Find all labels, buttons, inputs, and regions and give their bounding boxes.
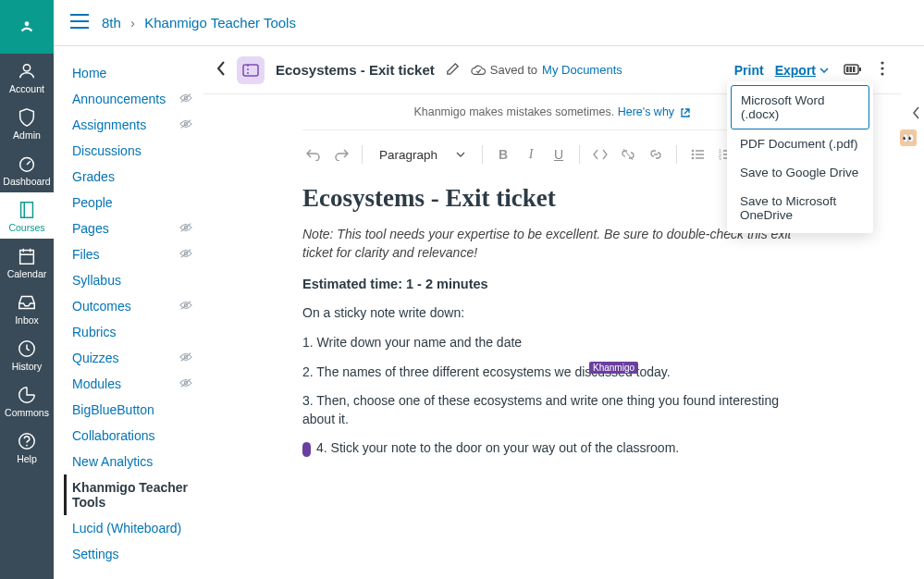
- saved-link[interactable]: My Documents: [542, 63, 622, 77]
- breadcrumb-sep: ›: [130, 15, 135, 31]
- globalnav-inbox[interactable]: Inbox: [0, 285, 54, 331]
- coursenav-rubrics[interactable]: Rubrics: [72, 319, 192, 345]
- battery-icon[interactable]: [840, 59, 866, 81]
- bullet-list-icon[interactable]: [686, 143, 708, 166]
- course-item-label: Home: [72, 66, 106, 80]
- back-icon[interactable]: [216, 61, 226, 79]
- course-item-label: Grades: [72, 169, 115, 184]
- coursenav-bigbluebutton[interactable]: BigBlueButton: [72, 397, 192, 423]
- globalnav-account[interactable]: Account: [0, 54, 54, 100]
- svg-rect-16: [243, 65, 258, 76]
- course-item-label: Files: [72, 247, 100, 262]
- breadcrumb-tool[interactable]: Khanmigo Teacher Tools: [144, 15, 296, 31]
- globalnav-calendar[interactable]: Calendar: [0, 239, 54, 285]
- export-option-docx[interactable]: Microsoft Word (.docx): [731, 85, 869, 129]
- breadcrumb: 8th › Khanmigo Teacher Tools: [102, 15, 296, 31]
- svg-point-22: [881, 61, 883, 64]
- print-button[interactable]: Print: [734, 63, 764, 78]
- course-item-label: Discussions: [72, 143, 142, 158]
- nav-label: Inbox: [15, 314, 39, 326]
- coursenav-pages[interactable]: Pages: [72, 216, 192, 241]
- hidden-icon: [179, 376, 192, 391]
- globalnav-history[interactable]: History: [0, 331, 54, 377]
- course-item-label: Quizzes: [72, 351, 119, 365]
- undo-icon[interactable]: [302, 143, 325, 166]
- coursenav-khanmigo-teacher-tools[interactable]: Khanmigo Teacher Tools: [64, 474, 192, 515]
- svg-point-27: [692, 157, 695, 160]
- doc-item: 3. Then, choose one of these ecosystems …: [302, 392, 802, 428]
- coursenav-new-analytics[interactable]: New Analytics: [72, 449, 192, 474]
- inbox-icon: [17, 292, 37, 313]
- khanmigo-avatar[interactable]: 👀: [900, 129, 917, 146]
- export-option-pdf[interactable]: PDF Document (.pdf): [731, 129, 869, 158]
- coursenav-files[interactable]: Files: [72, 241, 192, 267]
- export-option-gdrive[interactable]: Save to Google Drive: [731, 158, 869, 187]
- coursenav-announcements[interactable]: Announcements: [72, 86, 192, 112]
- doc-estimated: Estimated time: 1 - 2 minutes: [302, 275, 802, 293]
- coursenav-outcomes[interactable]: Outcomes: [72, 293, 192, 319]
- calendar-icon: [17, 246, 37, 266]
- breadcrumb-course[interactable]: 8th: [102, 15, 121, 31]
- nav-label: Commons: [5, 407, 49, 418]
- nav-label: Calendar: [7, 268, 47, 279]
- collapse-panel-icon[interactable]: [913, 106, 920, 122]
- info-text: Khanmigo makes mistakes sometimes.: [413, 105, 614, 118]
- svg-point-8: [26, 445, 28, 447]
- bold-icon[interactable]: B: [492, 143, 514, 166]
- course-item-label: Syllabus: [72, 273, 121, 288]
- code-icon[interactable]: [589, 143, 611, 166]
- coursenav-assignments[interactable]: Assignments: [72, 112, 192, 138]
- globalnav-courses[interactable]: Courses: [0, 192, 54, 239]
- italic-icon[interactable]: I: [520, 143, 542, 166]
- link-icon[interactable]: [645, 143, 667, 166]
- hidden-icon: [179, 351, 192, 365]
- coursenav-settings[interactable]: Settings: [72, 541, 192, 567]
- course-item-label: Announcements: [72, 92, 166, 106]
- help-icon: [17, 431, 37, 451]
- ticket-icon: [237, 56, 265, 84]
- coursenav-grades[interactable]: Grades: [72, 164, 192, 190]
- coursenav-people[interactable]: People: [72, 190, 192, 216]
- underline-icon[interactable]: U: [548, 143, 570, 166]
- format-select-label: Paragraph: [379, 148, 437, 162]
- svg-rect-18: [859, 68, 861, 71]
- coursenav-quizzes[interactable]: Quizzes: [72, 345, 192, 371]
- redo-icon[interactable]: [330, 143, 352, 166]
- svg-rect-21: [853, 67, 856, 72]
- chevron-down-icon: [819, 68, 829, 73]
- more-icon[interactable]: [877, 57, 888, 82]
- export-option-onedrive[interactable]: Save to Microsoft OneDrive: [731, 187, 869, 229]
- app-logo[interactable]: [0, 0, 54, 54]
- nav-label: Help: [17, 453, 37, 464]
- globalnav-help[interactable]: Help: [0, 424, 54, 470]
- svg-rect-5: [20, 251, 34, 265]
- hamburger-icon[interactable]: [70, 14, 89, 31]
- course-item-label: Pages: [72, 221, 109, 236]
- unlink-icon[interactable]: [617, 143, 639, 166]
- format-select[interactable]: Paragraph: [372, 144, 473, 166]
- nav-label: Account: [9, 83, 44, 94]
- coursenav-home[interactable]: Home: [72, 60, 192, 86]
- export-label: Export: [775, 63, 816, 78]
- coursenav-syllabus[interactable]: Syllabus: [72, 267, 192, 293]
- svg-text:3: 3: [719, 157, 721, 161]
- user-icon: [17, 61, 37, 81]
- svg-point-26: [692, 154, 695, 156]
- coursenav-discussions[interactable]: Discussions: [72, 138, 192, 164]
- doc-item: 2. The names of three different ecosyste…: [302, 363, 802, 382]
- coursenav-lucid-whiteboard-[interactable]: Lucid (Whiteboard): [72, 515, 192, 541]
- export-button[interactable]: Export: [775, 63, 829, 78]
- coursenav-collaborations[interactable]: Collaborations: [72, 423, 192, 449]
- document-title: Ecosystems - Exit ticket: [276, 62, 435, 78]
- course-item-label: Modules: [72, 376, 121, 391]
- coursenav-modules[interactable]: Modules: [72, 371, 192, 397]
- edit-title-icon[interactable]: [446, 62, 460, 79]
- course-item-label: Outcomes: [72, 299, 131, 314]
- globalnav-dashboard[interactable]: Dashboard: [0, 146, 54, 192]
- shield-icon: [17, 107, 37, 128]
- hidden-icon: [179, 299, 192, 314]
- info-link[interactable]: Here's why: [618, 105, 674, 118]
- globalnav-admin[interactable]: Admin: [0, 100, 54, 146]
- export-menu: Microsoft Word (.docx) PDF Document (.pd…: [727, 81, 873, 233]
- globalnav-commons[interactable]: Commons: [0, 377, 54, 424]
